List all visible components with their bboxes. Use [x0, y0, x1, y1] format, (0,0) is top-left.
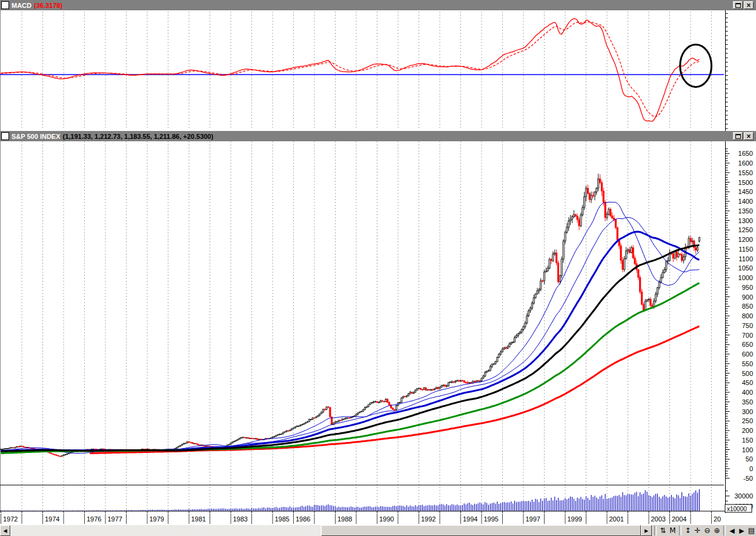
- svg-text:450: 450: [742, 379, 753, 386]
- toolbar-separator: [679, 526, 681, 535]
- toolbar-separator: [654, 526, 657, 535]
- svg-text:1550: 1550: [738, 169, 753, 176]
- svg-text:1992: 1992: [421, 515, 436, 523]
- price-pane: S&P 500 INDEX (1,191.33, 1,212.73, 1,183…: [0, 131, 756, 525]
- svg-text:1350: 1350: [738, 207, 753, 215]
- svg-text:1050: 1050: [738, 264, 753, 272]
- scroll-right-button[interactable]: ▶: [641, 525, 652, 536]
- close-button[interactable]: ×: [744, 132, 754, 140]
- svg-text:1985: 1985: [275, 515, 290, 523]
- svg-text:1986: 1986: [296, 515, 310, 523]
- zoom-out-icon[interactable]: ⊖: [703, 525, 712, 536]
- macd-value: (36.3178): [34, 2, 62, 9]
- svg-text:1600: 1600: [738, 159, 753, 167]
- restore-button[interactable]: [733, 132, 743, 140]
- charting-application-window: MACD (36.3178) × S&P 500 INDEX (1,191.33…: [0, 0, 756, 536]
- svg-text:400: 400: [742, 389, 753, 396]
- price-ohlc-values: (1,191.33, 1,212.73, 1,183.55, 1,211.86,…: [63, 133, 214, 140]
- svg-text:2004: 2004: [672, 515, 686, 523]
- svg-text:550: 550: [742, 360, 753, 367]
- rescale-icon[interactable]: ⇅: [658, 525, 668, 536]
- svg-text:1995: 1995: [484, 515, 499, 523]
- svg-text:1976: 1976: [87, 515, 101, 523]
- window-icon[interactable]: [1, 132, 9, 140]
- svg-text:20: 20: [714, 515, 721, 523]
- svg-text:1200: 1200: [738, 236, 753, 243]
- svg-text:1450: 1450: [738, 188, 753, 195]
- restore-button[interactable]: [733, 1, 743, 9]
- close-button[interactable]: ×: [744, 1, 754, 9]
- svg-text:1997: 1997: [526, 515, 540, 523]
- prev-chart-icon[interactable]: ◀: [728, 525, 737, 536]
- fit-vertical-icon[interactable]: ↕: [683, 525, 692, 536]
- svg-text:1150: 1150: [738, 246, 753, 253]
- price-titlebar[interactable]: S&P 500 INDEX (1,191.33, 1,212.73, 1,183…: [0, 131, 756, 141]
- svg-text:500: 500: [742, 370, 753, 377]
- svg-text:1988: 1988: [337, 515, 352, 523]
- svg-text:250: 250: [742, 417, 753, 424]
- macd-pane: MACD (36.3178) ×: [0, 0, 756, 131]
- pan-icon[interactable]: ✛: [693, 525, 702, 536]
- svg-text:1100: 1100: [738, 255, 753, 263]
- svg-text:1990: 1990: [379, 515, 394, 523]
- svg-text:1650: 1650: [738, 150, 753, 157]
- svg-text:1983: 1983: [233, 515, 248, 523]
- svg-text:150: 150: [742, 437, 753, 444]
- macd-window-buttons: ×: [733, 1, 755, 9]
- horizontal-scrollbar: ◀ ▶ ⇅ M ↕ ✛ ⊖ ⊕ ◀ ▶ ▤: [0, 525, 756, 536]
- svg-text:1972: 1972: [3, 515, 18, 523]
- chart-toolbar: ⇅ M ↕ ✛ ⊖ ⊕ ◀ ▶ ▤: [653, 525, 756, 536]
- svg-text:1977: 1977: [108, 515, 122, 523]
- svg-text:50: 50: [746, 455, 753, 463]
- restore-icon: [735, 3, 741, 8]
- layout-menu-icon[interactable]: ▤: [747, 525, 756, 536]
- svg-text:1000: 1000: [738, 274, 753, 281]
- svg-text:600: 600: [742, 350, 753, 358]
- svg-text:0: 0: [749, 465, 753, 472]
- scroll-left-button[interactable]: ◀: [0, 525, 10, 536]
- svg-text:x10000: x10000: [727, 506, 747, 512]
- svg-text:1400: 1400: [738, 198, 753, 205]
- svg-text:750: 750: [742, 322, 753, 329]
- window-icon[interactable]: [1, 1, 9, 9]
- zoom-in-icon[interactable]: ⊕: [712, 525, 721, 536]
- svg-text:1500: 1500: [738, 179, 753, 186]
- svg-text:850: 850: [742, 303, 753, 310]
- macd-titlebar[interactable]: MACD (36.3178) ×: [0, 0, 756, 10]
- svg-text:1979: 1979: [150, 515, 164, 523]
- svg-text:100: 100: [742, 446, 753, 454]
- svg-text:350: 350: [742, 398, 753, 406]
- price-chart[interactable]: 1972197419761977197919811983198519861988…: [0, 141, 756, 525]
- svg-text:900: 900: [742, 293, 753, 301]
- svg-text:200: 200: [742, 427, 753, 434]
- svg-text:1999: 1999: [568, 515, 582, 523]
- svg-text:700: 700: [742, 332, 753, 339]
- svg-text:2003: 2003: [651, 515, 666, 523]
- mode-m-button[interactable]: M: [668, 525, 677, 536]
- svg-text:1300: 1300: [738, 217, 753, 224]
- svg-text:1974: 1974: [45, 515, 59, 523]
- svg-text:950: 950: [742, 284, 753, 291]
- svg-text:650: 650: [742, 341, 753, 348]
- svg-text:1994: 1994: [463, 515, 477, 523]
- svg-text:2001: 2001: [609, 515, 624, 523]
- svg-text:-50: -50: [743, 475, 753, 482]
- svg-text:800: 800: [742, 312, 753, 320]
- price-window-buttons: ×: [733, 132, 755, 140]
- svg-text:1981: 1981: [191, 515, 206, 523]
- price-title: S&P 500 INDEX: [12, 133, 61, 140]
- svg-text:300: 300: [742, 408, 753, 415]
- macd-chart[interactable]: [0, 10, 756, 131]
- svg-text:30000: 30000: [734, 492, 753, 500]
- macd-title: MACD: [12, 2, 31, 9]
- toolbar-separator: [723, 526, 726, 535]
- restore-icon: [735, 134, 741, 139]
- next-chart-icon[interactable]: ▶: [737, 525, 746, 536]
- svg-text:1250: 1250: [738, 226, 753, 233]
- scrollbar-thumb[interactable]: [321, 525, 641, 536]
